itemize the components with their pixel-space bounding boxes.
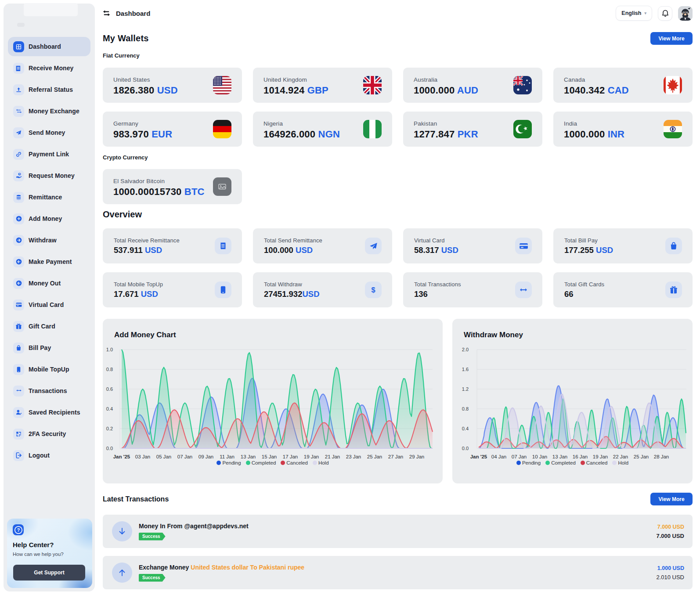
svg-text:1.0: 1.0	[106, 347, 113, 352]
svg-text:05 Jan: 05 Jan	[156, 454, 172, 459]
svg-text:13 Jan: 13 Jan	[241, 454, 256, 459]
svg-text:07 Jan: 07 Jan	[177, 454, 193, 459]
svg-text:19 Jan: 19 Jan	[593, 454, 608, 459]
svg-text:29 Jan: 29 Jan	[409, 454, 425, 459]
svg-text:25 Jan: 25 Jan	[634, 454, 649, 459]
svg-text:10 Jan: 10 Jan	[532, 454, 548, 459]
svg-text:0.6: 0.6	[106, 386, 113, 392]
svg-text:0.4: 0.4	[106, 406, 113, 411]
svg-text:Jan '25: Jan '25	[470, 454, 487, 459]
svg-text:?: ?	[17, 527, 19, 533]
svg-text:0.0: 0.0	[462, 446, 469, 451]
svg-text:Jan '25: Jan '25	[113, 454, 130, 459]
svg-text:0.0: 0.0	[106, 446, 113, 451]
svg-text:2.0: 2.0	[462, 347, 469, 352]
svg-text:0.2: 0.2	[106, 426, 113, 431]
svg-text:21 Jan: 21 Jan	[325, 454, 340, 459]
svg-text:16 Jan: 16 Jan	[573, 454, 588, 459]
svg-text:19 Jan: 19 Jan	[304, 454, 319, 459]
svg-text:13 Jan: 13 Jan	[552, 454, 568, 459]
svg-text:23 Jan: 23 Jan	[346, 454, 361, 459]
svg-text:0.8: 0.8	[106, 367, 113, 372]
svg-text:15 Jan: 15 Jan	[262, 454, 277, 459]
svg-text:0.8: 0.8	[462, 406, 469, 411]
svg-text:$: $	[19, 173, 20, 175]
svg-text:28 Jan: 28 Jan	[654, 454, 669, 459]
svg-text:17 Jan: 17 Jan	[283, 454, 298, 459]
svg-text:04 Jan: 04 Jan	[491, 454, 507, 459]
svg-text:07 Jan: 07 Jan	[512, 454, 527, 459]
svg-text:11 Jan: 11 Jan	[220, 454, 235, 459]
svg-text:0.4: 0.4	[462, 426, 469, 431]
svg-text:22 Jan: 22 Jan	[613, 454, 628, 459]
svg-text:27 Jan: 27 Jan	[388, 454, 404, 459]
svg-text:1.2: 1.2	[462, 386, 469, 392]
svg-text:03 Jan: 03 Jan	[135, 454, 151, 459]
svg-text:$: $	[371, 285, 375, 293]
svg-text:1.6: 1.6	[462, 367, 469, 372]
svg-text:09 Jan: 09 Jan	[198, 454, 214, 459]
svg-text:25 Jan: 25 Jan	[367, 454, 382, 459]
